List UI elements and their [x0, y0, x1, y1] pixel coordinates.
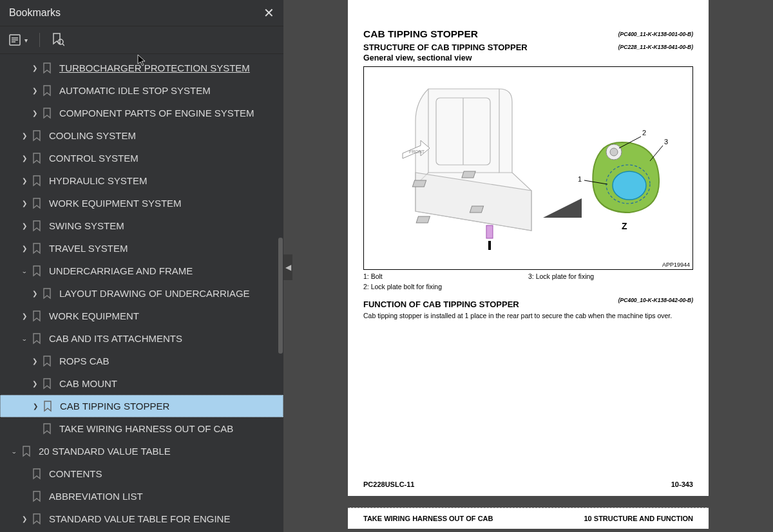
- next-page-left: TAKE WIRING HARNESS OUT OF CAB: [363, 515, 493, 522]
- chevron-right-icon[interactable]: ❯: [21, 132, 28, 139]
- divider: [39, 33, 40, 47]
- function-body: Cab tipping stopper is installed at 1 pl…: [363, 312, 693, 321]
- chevron-down-icon[interactable]: ⌄: [21, 268, 28, 274]
- bookmark-icon: [32, 220, 43, 232]
- options-menu-button[interactable]: ▾: [9, 34, 28, 46]
- chevron-right-icon[interactable]: ❯: [21, 177, 28, 184]
- chevron-right-icon[interactable]: ❯: [31, 87, 39, 94]
- bookmarks-toolbar: ▾: [0, 26, 283, 54]
- pdf-next-page-peek: TAKE WIRING HARNESS OUT OF CAB 10 STRUCT…: [348, 508, 709, 529]
- bookmark-icon: [32, 513, 43, 525]
- bookmark-label: CONTENTS: [49, 468, 102, 479]
- chevron-down-icon[interactable]: ⌄: [10, 448, 18, 455]
- bookmark-icon: [32, 243, 43, 254]
- chevron-right-icon[interactable]: ❯: [31, 109, 39, 117]
- bookmark-label: TAKE WIRING HARNESS OUT OF CAB: [59, 423, 233, 434]
- legend-3: 3: Lock plate for fixing: [528, 272, 693, 280]
- chevron-down-icon: ▾: [24, 37, 28, 44]
- bookmark-row[interactable]: ❯WORK EQUIPMENT SYSTEM: [0, 192, 283, 214]
- svg-point-4: [58, 39, 63, 44]
- chevron-right-icon[interactable]: ❯: [31, 290, 39, 297]
- svg-rect-14: [488, 241, 491, 250]
- bookmark-label: 20 STANDARD VALUE TABLE: [39, 446, 171, 457]
- scrollbar-thumb[interactable]: [278, 238, 283, 354]
- chevron-right-icon[interactable]: ❯: [21, 245, 28, 252]
- bookmark-row[interactable]: ❯WORK EQUIPMENT: [0, 305, 283, 327]
- bookmark-label: LAYOUT DRAWING OF UNDERCARRIAGE: [59, 288, 250, 299]
- bookmark-row[interactable]: ❯SWING SYSTEM: [0, 214, 283, 237]
- svg-point-19: [610, 148, 618, 156]
- bookmark-row[interactable]: ❯COOLING SYSTEM: [0, 124, 283, 147]
- bookmark-row[interactable]: ❯CONTROL SYSTEM: [0, 147, 283, 169]
- bookmark-icon: [32, 333, 43, 345]
- bookmark-row[interactable]: ❯COMPONENT PARTS OF ENGINE SYSTEM: [0, 102, 283, 124]
- bookmark-row[interactable]: ❯CAB MOUNT: [0, 372, 283, 395]
- close-icon[interactable]: ✕: [263, 5, 274, 21]
- bookmark-row[interactable]: TAKE WIRING HARNESS OUT OF CAB: [0, 417, 283, 440]
- page-footer: PC228USLC-11 10-343: [363, 480, 693, 488]
- legend-1: 1: Bolt: [363, 272, 528, 280]
- chevron-right-icon[interactable]: ❯: [21, 200, 28, 207]
- bookmark-label: SWING SYSTEM: [49, 220, 124, 231]
- document-viewport[interactable]: (PC400_11-K-K138-001-00-B) (PC228_11-K-K…: [283, 0, 773, 532]
- doc-ref-3: (PC400_10-K-K138-042-00-B): [618, 297, 693, 303]
- bookmark-row[interactable]: ❯ROPS CAB: [0, 350, 283, 372]
- diagram-box: FRONT Z: [363, 66, 693, 270]
- svg-rect-13: [486, 225, 493, 238]
- triangle-accent: [543, 167, 582, 218]
- heading-3: General view, sectional view: [363, 53, 693, 62]
- chevron-right-icon[interactable]: ❯: [31, 64, 39, 71]
- bookmark-label: TURBOCHARGER PROTECTION SYSTEM: [59, 62, 250, 73]
- bookmark-row[interactable]: ❯AUTOMATIC IDLE STOP SYSTEM: [0, 79, 283, 102]
- bookmarks-header: Bookmarks ✕: [0, 0, 283, 26]
- bookmark-icon: [43, 62, 53, 74]
- bookmark-label: CAB MOUNT: [59, 378, 117, 389]
- bookmark-icon: [32, 265, 43, 277]
- bookmark-row[interactable]: ❯CAB TIPPING STOPPER: [0, 395, 283, 417]
- svg-text:2: 2: [642, 129, 646, 137]
- bookmark-icon: [43, 85, 53, 97]
- chevron-right-icon[interactable]: ❯: [32, 403, 39, 410]
- bookmark-icon: [32, 153, 43, 164]
- svg-line-5: [62, 44, 64, 46]
- bookmarks-title: Bookmarks: [9, 7, 61, 19]
- bookmark-row[interactable]: ⌄CAB AND ITS ATTACHMENTS: [0, 327, 283, 350]
- chevron-down-icon[interactable]: ⌄: [21, 336, 28, 342]
- bookmark-label: STANDARD VALUE TABLE FOR ENGINE: [49, 513, 230, 524]
- mouse-cursor: [137, 54, 148, 70]
- bookmark-label: HYDRAULIC SYSTEM: [49, 175, 148, 186]
- bookmark-row[interactable]: CONTENTS: [0, 462, 283, 485]
- find-bookmark-button[interactable]: [52, 33, 64, 47]
- svg-text:1: 1: [578, 175, 582, 183]
- chevron-right-icon[interactable]: ❯: [21, 155, 28, 162]
- bookmarks-tree[interactable]: ❯TURBOCHARGER PROTECTION SYSTEM❯AUTOMATI…: [0, 54, 283, 532]
- bookmark-row[interactable]: ❯TRAVEL SYSTEM: [0, 237, 283, 260]
- bookmark-row[interactable]: ⌄UNDERCARRIAGE AND FRAME: [0, 260, 283, 282]
- chevron-right-icon[interactable]: ❯: [21, 312, 28, 319]
- bookmark-icon: [32, 468, 43, 480]
- chevron-right-icon[interactable]: ❯: [21, 222, 28, 229]
- bookmark-row[interactable]: ❯LAYOUT DRAWING OF UNDERCARRIAGE: [0, 282, 283, 305]
- bookmark-row[interactable]: ❯HYDRAULIC SYSTEM: [0, 169, 283, 192]
- bookmark-label: ROPS CAB: [59, 356, 110, 366]
- bookmark-label: AUTOMATIC IDLE STOP SYSTEM: [59, 85, 211, 96]
- bookmark-row[interactable]: ❯STANDARD VALUE TABLE FOR ENGINE: [0, 508, 283, 530]
- scrollbar-track[interactable]: [278, 112, 283, 532]
- bookmark-row[interactable]: ABBREVIATION LIST: [0, 485, 283, 508]
- svg-rect-12: [470, 206, 483, 213]
- chevron-right-icon[interactable]: ❯: [31, 357, 39, 365]
- chevron-right-icon[interactable]: ❯: [21, 515, 28, 522]
- collapse-sidebar-handle[interactable]: ◀: [283, 254, 292, 280]
- footer-model: PC228USLC-11: [363, 480, 414, 488]
- bookmark-icon: [43, 356, 53, 367]
- bookmark-label: COOLING SYSTEM: [49, 130, 136, 141]
- svg-text:3: 3: [664, 138, 668, 146]
- bookmark-icon: [32, 198, 43, 209]
- doc-ref-1: (PC400_11-K-K138-001-00-B): [618, 31, 693, 37]
- stopper-detail-illustration: 1 2 3 Z: [578, 129, 674, 232]
- bookmark-label: WORK EQUIPMENT SYSTEM: [49, 198, 182, 209]
- legend-row-1: 1: Bolt 3: Lock plate for fixing: [363, 272, 693, 280]
- chevron-right-icon[interactable]: ❯: [31, 380, 39, 387]
- svg-line-22: [650, 146, 663, 161]
- bookmark-row[interactable]: ⌄20 STANDARD VALUE TABLE: [0, 440, 283, 462]
